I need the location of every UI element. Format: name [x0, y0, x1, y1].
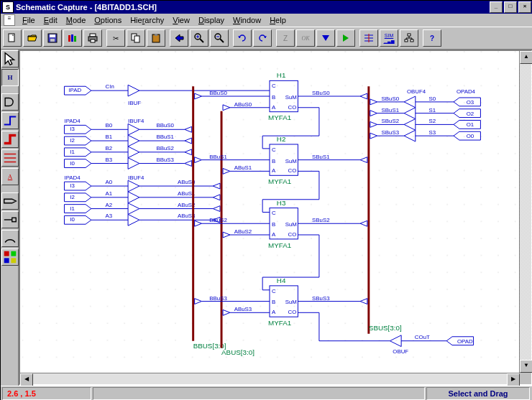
- library-button[interactable]: [63, 29, 82, 47]
- svg-text:B2: B2: [106, 145, 113, 152]
- svg-rect-36: [11, 258, 16, 263]
- undo-button[interactable]: [233, 29, 252, 47]
- svg-text:CIn: CIn: [106, 83, 114, 90]
- svg-text:O2: O2: [467, 111, 474, 117]
- svg-text:SBUS[3:0]: SBUS[3:0]: [369, 324, 402, 332]
- scroll-down-button[interactable]: ▼: [520, 360, 532, 373]
- menu-edit[interactable]: Edit: [40, 15, 62, 25]
- print-button[interactable]: [83, 29, 102, 47]
- svg-text:S1: S1: [429, 107, 436, 113]
- close-button[interactable]: ×: [518, 1, 531, 13]
- menu-file[interactable]: File: [18, 15, 40, 25]
- netname-tool[interactable]: [1, 149, 19, 167]
- svg-text:SBuS0: SBuS0: [382, 96, 400, 102]
- document-area: C B A SuM CO IPAD CIn IBUF I3 I2 I1 I0 I…: [19, 50, 532, 386]
- maximize-button[interactable]: □: [504, 1, 517, 13]
- select-tool[interactable]: [1, 50, 19, 68]
- svg-rect-11: [134, 36, 139, 42]
- svg-text:SBuS2: SBuS2: [312, 217, 329, 223]
- svg-text:OPAD4: OPAD4: [457, 88, 476, 95]
- svg-line-15: [200, 39, 203, 42]
- hier-button[interactable]: [400, 29, 418, 47]
- cut-button[interactable]: ✂: [106, 29, 125, 47]
- scroll-left-button[interactable]: ◀: [20, 373, 33, 386]
- wire-tool[interactable]: [1, 112, 19, 129]
- ok-button[interactable]: OK: [296, 29, 315, 47]
- svg-text:S2: S2: [429, 118, 436, 124]
- zoom-in-button[interactable]: [190, 29, 208, 47]
- text-tool[interactable]: A: [1, 168, 19, 185]
- help-button[interactable]: ?: [423, 29, 441, 47]
- port-tool[interactable]: [1, 192, 19, 210]
- svg-text:ABuS0: ABuS0: [234, 101, 252, 108]
- svg-text:BBuS2: BBuS2: [209, 217, 226, 223]
- svg-rect-2: [50, 34, 55, 37]
- svg-text:SBuS1: SBuS1: [312, 154, 329, 160]
- svg-text:IPAD4: IPAD4: [64, 175, 81, 181]
- bus-tool[interactable]: [1, 131, 19, 148]
- svg-text:IBUF: IBUF: [128, 100, 141, 106]
- svg-text:COuT: COuT: [415, 334, 430, 340]
- format-button[interactable]: Z: [276, 29, 295, 47]
- svg-text:A2: A2: [106, 202, 113, 208]
- svg-text:I3: I3: [70, 126, 75, 132]
- scroll-up-button[interactable]: ▲: [520, 51, 532, 64]
- svg-text:B0: B0: [106, 122, 113, 129]
- hier-tool[interactable]: H: [1, 69, 19, 86]
- minimize-button[interactable]: _: [490, 1, 503, 13]
- app-icon: S: [2, 1, 14, 13]
- svg-text:O0: O0: [467, 133, 474, 139]
- nav-right-button[interactable]: [336, 29, 355, 47]
- menu-view[interactable]: View: [168, 15, 194, 25]
- svg-text:IBUF4: IBUF4: [128, 175, 145, 181]
- svg-text:A3: A3: [106, 213, 113, 219]
- svg-text:I1: I1: [70, 205, 75, 212]
- prefs-tool[interactable]: [1, 248, 19, 266]
- svg-text:I2: I2: [70, 137, 75, 144]
- svg-text:SBuS2: SBuS2: [382, 118, 399, 124]
- redraw-button[interactable]: [170, 29, 188, 47]
- svg-rect-7: [90, 34, 96, 37]
- save-button[interactable]: [43, 29, 62, 47]
- svg-text:MYFA1: MYFA1: [268, 241, 291, 249]
- svg-line-19: [220, 39, 224, 42]
- schematic-canvas[interactable]: C B A SuM CO IPAD CIn IBUF I3 I2 I1 I0 I…: [20, 51, 519, 373]
- svg-rect-25: [408, 34, 411, 36]
- menu-hierarchy[interactable]: Hierarchy: [126, 15, 168, 25]
- sim-button[interactable]: SIM▁▃▅: [380, 29, 398, 47]
- menu-window[interactable]: Window: [229, 15, 265, 25]
- svg-text:BBuS2: BBuS2: [156, 145, 173, 152]
- svg-text:I3: I3: [70, 182, 75, 189]
- copy-button[interactable]: [127, 29, 145, 47]
- menu-display[interactable]: Display: [194, 15, 229, 25]
- svg-rect-26: [405, 39, 408, 42]
- svg-text:A1: A1: [106, 190, 113, 197]
- svg-text:ABuS1: ABuS1: [234, 164, 252, 171]
- menu-options[interactable]: Options: [90, 15, 126, 25]
- menu-mode[interactable]: Mode: [62, 15, 91, 25]
- nav-down-button[interactable]: [316, 29, 335, 47]
- redo-button[interactable]: [253, 29, 272, 47]
- open-button[interactable]: [23, 29, 42, 47]
- horizontal-scrollbar[interactable]: ◀ ▶: [20, 373, 520, 384]
- vertical-scrollbar[interactable]: ▲ ▼: [519, 51, 531, 373]
- svg-text:S3: S3: [429, 129, 436, 136]
- arc-tool[interactable]: [1, 230, 19, 247]
- svg-text:IPAD4: IPAD4: [64, 118, 81, 124]
- new-button[interactable]: [3, 29, 22, 47]
- menu-help[interactable]: Help: [265, 15, 290, 25]
- svg-rect-5: [71, 34, 73, 42]
- gate-tool[interactable]: [1, 93, 19, 111]
- svg-text:ABuS3: ABuS3: [234, 306, 252, 312]
- pin-tool[interactable]: [1, 211, 19, 228]
- paste-button[interactable]: [147, 29, 165, 47]
- svg-text:OPAD: OPAD: [457, 338, 473, 345]
- doc-icon[interactable]: ≡: [4, 14, 15, 26]
- svg-text:I0: I0: [70, 216, 75, 223]
- svg-text:MYFA1: MYFA1: [268, 319, 291, 327]
- scroll-right-button[interactable]: ▶: [507, 373, 520, 386]
- connect-button[interactable]: [359, 29, 378, 47]
- svg-text:B3: B3: [106, 157, 113, 163]
- zoom-out-button[interactable]: [210, 29, 229, 47]
- title-text: Schematic Capture - [4BITADD1.SCH]: [16, 3, 488, 11]
